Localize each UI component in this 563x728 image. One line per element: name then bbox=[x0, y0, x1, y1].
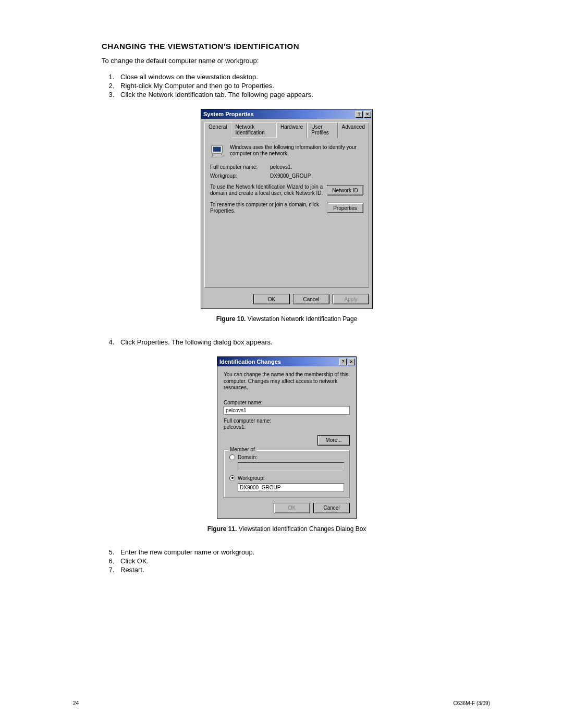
computer-name-label: Computer name: bbox=[224, 400, 350, 405]
step-item: Restart. bbox=[116, 566, 490, 574]
page-number: 24 bbox=[73, 700, 79, 706]
tab-network-identification[interactable]: Network Identification bbox=[231, 122, 276, 138]
info-text: Windows uses the following information t… bbox=[230, 144, 363, 157]
network-id-wizard-text: To use the Network Identification Wizard… bbox=[210, 184, 327, 196]
workgroup-value: DX9000_GROUP bbox=[270, 173, 311, 179]
figure-label: Figure 11. bbox=[207, 525, 237, 533]
domain-radio[interactable] bbox=[229, 454, 235, 460]
full-computer-name-label: Full computer name: bbox=[224, 418, 350, 424]
tab-user-profiles[interactable]: User Profiles bbox=[307, 122, 337, 138]
workgroup-label: Workgroup: bbox=[238, 475, 265, 481]
description-text: You can change the name and the membersh… bbox=[224, 372, 350, 391]
help-icon[interactable]: ? bbox=[339, 359, 347, 365]
network-id-button[interactable]: Network ID bbox=[327, 185, 363, 195]
steps-list-1: Close all windows on the viewstation des… bbox=[102, 73, 490, 98]
ok-button[interactable]: OK bbox=[274, 503, 310, 513]
titlebar: System Properties ? × bbox=[201, 109, 372, 119]
full-computer-name-label: Full computer name: bbox=[210, 164, 270, 170]
figure-text: Viewstation Identification Changes Dialo… bbox=[239, 525, 366, 533]
figure-text: Viewstation Network Identification Page bbox=[248, 315, 358, 323]
workgroup-input[interactable] bbox=[238, 483, 344, 492]
dialog-title: System Properties bbox=[203, 111, 354, 117]
computer-name-input[interactable] bbox=[224, 406, 350, 415]
more-button[interactable]: More... bbox=[317, 435, 350, 446]
rename-text: To rename this computer or join a domain… bbox=[210, 202, 327, 214]
tab-strip: General Network Identification Hardware … bbox=[204, 122, 369, 138]
member-of-group: Member of Domain: Workgroup: bbox=[224, 450, 350, 498]
titlebar: Identification Changes ? × bbox=[217, 357, 356, 366]
step-item: Close all windows on the viewstation des… bbox=[116, 73, 490, 81]
domain-label: Domain: bbox=[238, 454, 257, 460]
step-item: Enter the new computer name or workgroup… bbox=[116, 548, 490, 556]
tab-hardware[interactable]: Hardware bbox=[276, 122, 307, 138]
apply-button[interactable]: Apply bbox=[333, 294, 369, 304]
intro-text: To change the default computer name or w… bbox=[102, 57, 490, 65]
tab-general[interactable]: General bbox=[204, 122, 231, 138]
figure-11-caption: Figure 11. Viewstation Identification Ch… bbox=[83, 525, 490, 533]
dialog-title: Identification Changes bbox=[219, 359, 338, 365]
full-computer-name-value: pelcovs1. bbox=[224, 424, 350, 430]
section-heading: CHANGING THE VIEWSTATION'S IDENTIFICATIO… bbox=[102, 42, 490, 51]
computer-icon bbox=[210, 144, 226, 159]
domain-input bbox=[238, 462, 344, 471]
close-icon[interactable]: × bbox=[348, 359, 355, 365]
step-item: Right-click My Computer and then go to P… bbox=[116, 82, 490, 90]
cancel-button[interactable]: Cancel bbox=[293, 294, 329, 304]
figure-label: Figure 10. bbox=[216, 315, 246, 323]
figure-10-caption: Figure 10. Viewstation Network Identific… bbox=[83, 315, 490, 323]
svg-rect-1 bbox=[213, 147, 221, 152]
close-icon[interactable]: × bbox=[364, 111, 371, 118]
workgroup-radio[interactable] bbox=[229, 475, 235, 481]
steps-list-2: Click Properties. The following dialog b… bbox=[102, 338, 490, 346]
cancel-button[interactable]: Cancel bbox=[313, 503, 350, 513]
workgroup-label: Workgroup: bbox=[210, 173, 270, 179]
doc-id: C636M-F (3/09) bbox=[453, 700, 490, 706]
step-item: Click Properties. The following dialog b… bbox=[116, 338, 490, 346]
group-legend: Member of bbox=[228, 447, 256, 452]
full-computer-name-value: pelcovs1. bbox=[270, 164, 292, 170]
page-footer: 24 C636M-F (3/09) bbox=[73, 700, 490, 706]
ok-button[interactable]: OK bbox=[253, 294, 290, 304]
tab-advanced[interactable]: Advanced bbox=[338, 122, 369, 138]
step-item: Click OK. bbox=[116, 557, 490, 565]
properties-button[interactable]: Properties bbox=[327, 203, 363, 213]
help-icon[interactable]: ? bbox=[356, 111, 363, 118]
identification-changes-dialog: Identification Changes ? × You can chang… bbox=[217, 356, 357, 519]
tab-panel: Windows uses the following information t… bbox=[204, 138, 369, 288]
step-item: Click the Network Identification tab. Th… bbox=[116, 91, 490, 98]
system-properties-dialog: System Properties ? × General Network Id… bbox=[201, 109, 373, 309]
steps-list-3: Enter the new computer name or workgroup… bbox=[102, 548, 490, 574]
